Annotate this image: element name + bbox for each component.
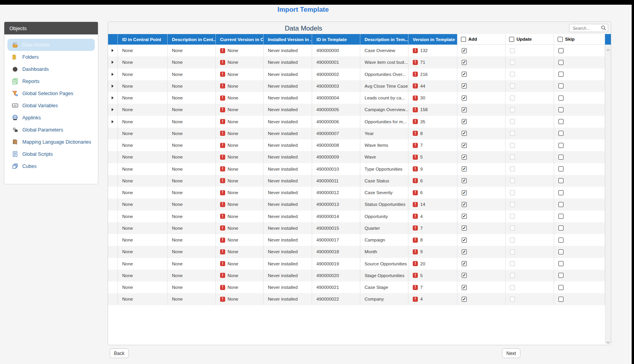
add-checkbox[interactable] xyxy=(462,297,467,302)
add-checkbox[interactable] xyxy=(462,178,467,183)
sidebar-item-dashboards[interactable]: Dashboards xyxy=(7,63,95,75)
table-row[interactable]: NoneNone!NoneNever installed490000015Qua… xyxy=(108,222,605,234)
skip-checkbox[interactable] xyxy=(558,238,564,243)
add-checkbox[interactable] xyxy=(462,225,467,231)
table-row[interactable]: NoneNone!NoneNever installed490000021Cas… xyxy=(108,281,605,293)
add-checkbox[interactable] xyxy=(462,96,467,101)
add-checkbox[interactable] xyxy=(462,261,467,266)
skip-checkbox[interactable] xyxy=(558,83,564,88)
skip-checkbox[interactable] xyxy=(558,261,564,266)
add-checkbox[interactable] xyxy=(462,72,467,77)
add-checkbox[interactable] xyxy=(462,131,467,136)
skip-select-all-checkbox[interactable] xyxy=(558,37,563,42)
back-button[interactable]: Back xyxy=(110,348,129,358)
add-checkbox[interactable] xyxy=(462,60,467,65)
skip-checkbox[interactable] xyxy=(558,214,564,219)
column-header[interactable]: Description in Tem... xyxy=(360,34,408,45)
sidebar-item-cubes[interactable]: Cubes xyxy=(7,160,95,172)
table-row[interactable]: NoneNone!NoneNever installed490000019Sou… xyxy=(108,258,605,270)
add-checkbox[interactable] xyxy=(462,285,467,290)
skip-checkbox[interactable] xyxy=(558,72,564,77)
add-select-all-checkbox[interactable] xyxy=(461,37,466,42)
add-checkbox[interactable] xyxy=(462,202,467,207)
add-checkbox[interactable] xyxy=(462,48,467,53)
table-row[interactable]: NoneNone!NoneNever installed490000000Cas… xyxy=(108,45,605,56)
search-icon[interactable] xyxy=(601,25,607,31)
skip-checkbox[interactable] xyxy=(558,131,564,136)
skip-checkbox[interactable] xyxy=(558,96,564,101)
add-checkbox[interactable] xyxy=(462,166,467,171)
add-checkbox[interactable] xyxy=(462,249,467,254)
column-header[interactable]: ID in Central Point xyxy=(118,34,168,45)
row-expander-cell[interactable] xyxy=(108,104,118,115)
add-checkbox[interactable] xyxy=(462,273,467,278)
column-header[interactable]: Current Version in C... xyxy=(216,34,264,45)
row-expander-cell[interactable] xyxy=(108,92,118,104)
table-row[interactable]: NoneNone!NoneNever installed490000014Opp… xyxy=(108,211,605,222)
sidebar-item-global-parameters[interactable]: Global Parameters xyxy=(7,124,95,136)
chevron-up-icon[interactable] xyxy=(606,46,611,50)
skip-checkbox[interactable] xyxy=(558,202,564,207)
add-checkbox[interactable] xyxy=(462,238,467,243)
expander-arrow-icon[interactable] xyxy=(112,120,114,123)
expander-arrow-icon[interactable] xyxy=(112,96,114,99)
add-checkbox[interactable] xyxy=(462,107,467,112)
skip-checkbox[interactable] xyxy=(558,143,564,148)
add-checkbox[interactable] xyxy=(462,214,467,219)
vertical-scrollbar[interactable] xyxy=(605,45,611,344)
skip-checkbox[interactable] xyxy=(558,297,564,302)
chevron-down-icon[interactable] xyxy=(606,339,611,342)
skip-checkbox[interactable] xyxy=(558,155,564,160)
column-header[interactable]: Installed Version in ... xyxy=(264,34,312,45)
table-row[interactable]: NoneNone!NoneNever installed490000008Wav… xyxy=(108,139,605,151)
table-row[interactable]: NoneNone!NoneNever installed490000013Sta… xyxy=(108,198,605,210)
table-row[interactable]: NoneNone!NoneNever installed490000002Opp… xyxy=(108,68,605,80)
next-button[interactable]: Next xyxy=(502,348,520,358)
add-checkbox[interactable] xyxy=(462,119,467,124)
skip-checkbox[interactable] xyxy=(558,273,564,278)
sidebar-item-global-scripts[interactable]: Global Scripts xyxy=(7,148,95,160)
skip-checkbox[interactable] xyxy=(558,190,564,195)
sidebar-item-global-selection-pages[interactable]: Global Selection Pages xyxy=(7,87,95,99)
add-checkbox[interactable] xyxy=(462,143,467,148)
skip-checkbox[interactable] xyxy=(558,119,564,124)
expander-arrow-icon[interactable] xyxy=(112,108,114,111)
table-row[interactable]: NoneNone!NoneNever installed490000006Opp… xyxy=(108,116,605,128)
table-row[interactable]: NoneNone!NoneNever installed490000010Typ… xyxy=(108,163,605,175)
sidebar-item-applinks[interactable]: Applinks xyxy=(7,112,95,124)
table-row[interactable]: NoneNone!NoneNever installed490000011Cas… xyxy=(108,175,605,187)
skip-checkbox[interactable] xyxy=(558,225,564,231)
skip-checkbox[interactable] xyxy=(558,166,564,171)
table-row[interactable]: NoneNone!NoneNever installed490000004Lea… xyxy=(108,92,605,104)
table-row[interactable]: NoneNone!NoneNever installed490000017Cam… xyxy=(108,234,605,246)
add-checkbox[interactable] xyxy=(462,190,467,195)
expander-arrow-icon[interactable] xyxy=(112,61,114,64)
sidebar-item-global-variables[interactable]: (x)Global Variables xyxy=(7,99,95,112)
update-select-all-checkbox[interactable] xyxy=(509,37,514,42)
sidebar-item-folders[interactable]: Folders xyxy=(7,51,95,63)
row-expander-cell[interactable] xyxy=(108,80,118,92)
column-header[interactable]: Version in Template xyxy=(408,34,457,45)
search-input[interactable] xyxy=(569,26,601,31)
table-row[interactable]: NoneNone!NoneNever installed490000009Wav… xyxy=(108,151,605,163)
skip-checkbox[interactable] xyxy=(558,60,564,65)
skip-checkbox[interactable] xyxy=(558,107,564,112)
table-row[interactable]: NoneNone!NoneNever installed490000001Wav… xyxy=(108,56,605,68)
table-row[interactable]: NoneNone!NoneNever installed490000020Sta… xyxy=(108,270,605,281)
table-row[interactable]: NoneNone!NoneNever installed490000003Avg… xyxy=(108,80,605,92)
skip-checkbox[interactable] xyxy=(558,48,564,53)
row-expander-cell[interactable] xyxy=(108,116,118,128)
column-header[interactable]: ID in Template xyxy=(312,34,360,45)
row-expander-cell[interactable] xyxy=(108,56,118,68)
expander-arrow-icon[interactable] xyxy=(112,49,114,52)
row-expander-cell[interactable] xyxy=(108,45,118,56)
sidebar-item-mapping-language-dictionaries[interactable]: Mapping Language Dictionaries xyxy=(7,136,95,148)
row-expander-cell[interactable] xyxy=(108,68,118,80)
table-row[interactable]: NoneNone!NoneNever installed490000005Cam… xyxy=(108,104,605,115)
table-row[interactable]: NoneNone!NoneNever installed490000012Cas… xyxy=(108,187,605,198)
table-row[interactable]: NoneNone!NoneNever installed490000018Mon… xyxy=(108,246,605,258)
sidebar-item-reports[interactable]: Reports xyxy=(7,75,95,87)
expander-arrow-icon[interactable] xyxy=(112,73,114,76)
skip-checkbox[interactable] xyxy=(558,285,564,290)
skip-checkbox[interactable] xyxy=(558,249,564,254)
